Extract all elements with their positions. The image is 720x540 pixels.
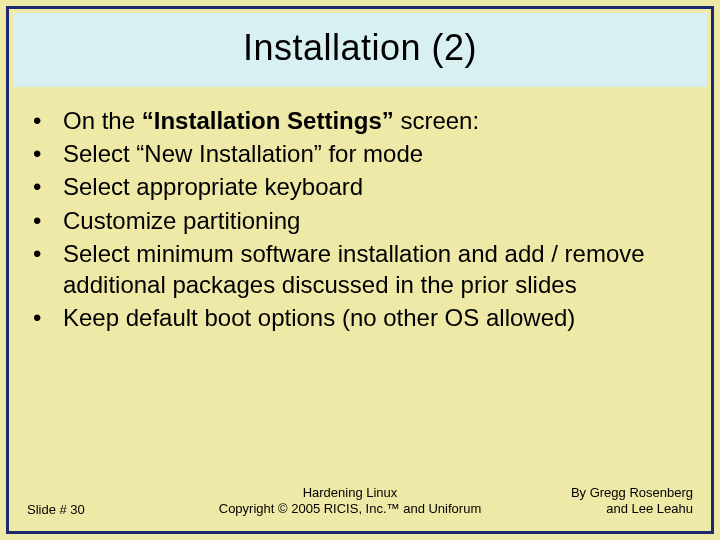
slide-footer: Slide # 30 Hardening Linux Copyright © 2…	[27, 485, 693, 518]
bullet-text: On the	[63, 107, 142, 134]
bullet-text: Customize partitioning	[63, 207, 300, 234]
bullet-bold: “Installation Settings”	[142, 107, 394, 134]
slide-frame: Installation (2) On the “Installation Se…	[6, 6, 714, 534]
bullet-text: Select minimum software installation and…	[63, 240, 645, 298]
bullet-list: On the “Installation Settings” screen: S…	[33, 105, 687, 333]
bullet-item: On the “Installation Settings” screen:	[33, 105, 687, 136]
bullet-item: Select “New Installation” for mode	[33, 138, 687, 169]
bullet-text: Select “New Installation” for mode	[63, 140, 423, 167]
footer-author-line2: and Lee Leahu	[523, 501, 693, 517]
bullet-item: Customize partitioning	[33, 205, 687, 236]
slide-body: On the “Installation Settings” screen: S…	[9, 87, 711, 333]
footer-center-line1: Hardening Linux	[177, 485, 523, 501]
bullet-item: Select appropriate keyboard	[33, 171, 687, 202]
bullet-item: Select minimum software installation and…	[33, 238, 687, 300]
bullet-text: Select appropriate keyboard	[63, 173, 363, 200]
slide-number: Slide # 30	[27, 502, 177, 517]
bullet-text: Keep default boot options (no other OS a…	[63, 304, 575, 331]
bullet-item: Keep default boot options (no other OS a…	[33, 302, 687, 333]
footer-author: By Gregg Rosenberg and Lee Leahu	[523, 485, 693, 518]
footer-center-line2: Copyright © 2005 RICIS, Inc.™ and Unifor…	[177, 501, 523, 517]
footer-center: Hardening Linux Copyright © 2005 RICIS, …	[177, 485, 523, 518]
bullet-text: screen:	[394, 107, 479, 134]
footer-author-line1: By Gregg Rosenberg	[523, 485, 693, 501]
title-band: Installation (2)	[13, 13, 707, 87]
slide-title: Installation (2)	[23, 27, 697, 69]
